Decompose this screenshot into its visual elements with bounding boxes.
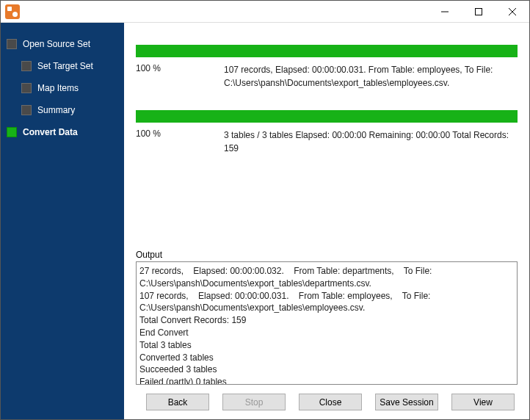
nav-summary[interactable]: Summary [1,99,124,121]
nav-set-target-set[interactable]: Set Target Set [1,55,124,77]
close-button[interactable]: Close [299,394,362,410]
progress-task: 100 % 107 records, Elapsed: 00:00:00.031… [136,45,518,90]
output-textarea[interactable]: 27 records, Elapsed: 00:00:00.032. From … [136,261,518,385]
svg-rect-1 [476,8,482,15]
progress-overall: 100 % 3 tables / 3 tables Elapsed: 00:00… [136,110,518,155]
nav-label: Set Target Set [37,61,93,71]
nav-box-icon [21,61,32,71]
minimize-icon [441,8,449,15]
progress-task-pct: 100 % [136,63,187,73]
nav-label: Open Source Set [23,39,90,49]
nav-box-icon [7,39,17,49]
sidebar: Open Source Set Set Target Set Map Items… [1,23,124,419]
app-window: Open Source Set Set Target Set Map Items… [0,0,530,420]
window-controls [428,1,529,23]
progress-bar-task [136,45,518,57]
close-icon [509,8,516,15]
nav-label: Summary [37,105,75,115]
app-icon [5,4,20,19]
nav-box-icon [7,127,17,137]
nav-box-icon [21,105,32,115]
nav-map-items[interactable]: Map Items [1,77,124,99]
nav-box-icon [21,83,32,93]
progress-task-details: 107 records, Elapsed: 00:00:00.031. From… [224,63,518,90]
progress-bar-overall [136,110,518,123]
stop-button[interactable]: Stop [222,394,286,410]
titlebar [1,1,529,23]
progress-overall-details: 3 tables / 3 tables Elapsed: 00:00:00 Re… [224,128,518,155]
nav-label: Convert Data [23,127,78,137]
output-text: 27 records, Elapsed: 00:00:00.032. From … [139,266,435,385]
content: Open Source Set Set Target Set Map Items… [1,23,529,419]
view-button[interactable]: View [451,394,515,410]
nav-label: Map Items [37,83,79,93]
output-label: Output [136,250,518,260]
button-bar: Back Stop Close Save Session View [146,385,518,412]
maximize-icon [475,8,482,15]
back-button[interactable]: Back [146,394,209,410]
minimize-button[interactable] [428,1,462,23]
maximize-button[interactable] [462,1,495,23]
nav-open-source-set[interactable]: Open Source Set [1,33,124,55]
save-session-button[interactable]: Save Session [375,394,438,410]
nav-convert-data[interactable]: Convert Data [1,121,124,143]
close-window-button[interactable] [495,1,529,23]
main-panel: 100 % 107 records, Elapsed: 00:00:00.031… [124,23,529,419]
progress-overall-pct: 100 % [136,128,187,139]
